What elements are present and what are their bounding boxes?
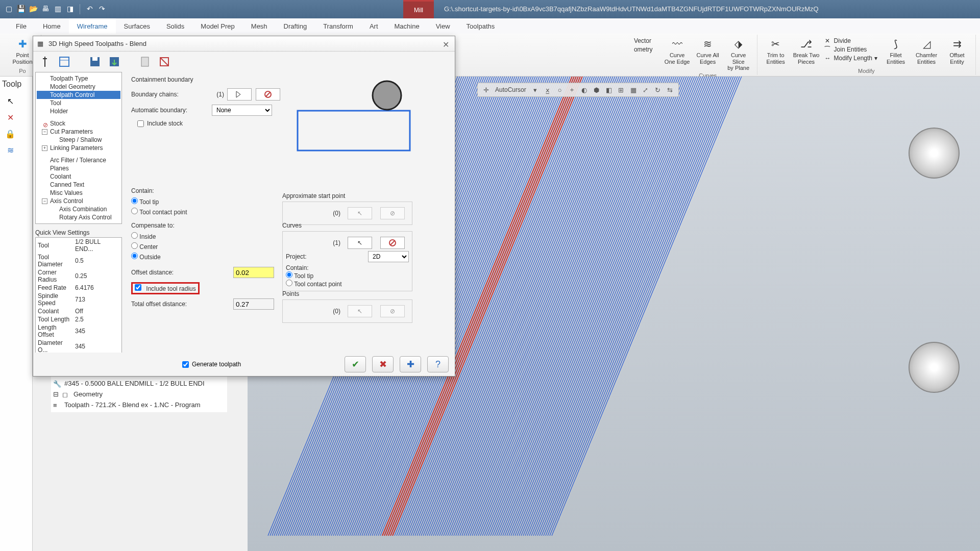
vp-icon[interactable]: ⬢ xyxy=(592,85,602,95)
include-radius-checkbox[interactable] xyxy=(135,284,141,291)
tab-wireframe[interactable]: Wireframe xyxy=(69,18,116,34)
params-icon[interactable] xyxy=(57,54,72,69)
vp-icon[interactable]: ⊞ xyxy=(616,85,626,95)
vp-icon[interactable]: ⇆ xyxy=(665,85,675,95)
save-icon[interactable] xyxy=(87,54,103,69)
join-item[interactable]: ⁀Join Entities xyxy=(823,45,879,54)
defaults-icon[interactable] xyxy=(157,54,172,69)
context-tab-mill[interactable]: Mill xyxy=(403,0,434,18)
save-icon[interactable]: 💾 xyxy=(16,4,26,13)
tree-steep[interactable]: Steep / Shallow xyxy=(37,136,120,144)
tab-home[interactable]: Home xyxy=(35,18,69,34)
tree-stock[interactable]: ⊘Stock xyxy=(37,119,120,128)
tree-linking[interactable]: +Linking Parameters xyxy=(37,144,120,152)
help-button[interactable]: ? xyxy=(427,356,449,372)
auto-boundary-select[interactable]: None xyxy=(212,105,272,116)
pick-start-button[interactable]: ↖ xyxy=(348,207,372,219)
break-button[interactable]: ⎇Break Two Pieces xyxy=(792,36,821,66)
tree-rotary[interactable]: Rotary Axis Control xyxy=(37,213,120,221)
tab-view[interactable]: View xyxy=(428,18,458,34)
pick-curves-button[interactable]: ↖ xyxy=(348,237,372,249)
tree-toolpath-control[interactable]: Toolpath Control xyxy=(37,91,120,99)
view-gnomon-bottom[interactable] xyxy=(909,342,960,393)
project-select[interactable]: 2D xyxy=(368,251,409,262)
vp-icon[interactable]: ○ xyxy=(555,85,565,95)
redo-icon[interactable]: ↷ xyxy=(97,4,107,13)
tab-solids[interactable]: Solids xyxy=(158,18,192,34)
pick-boundary-button[interactable] xyxy=(227,88,252,101)
fillet-button[interactable]: ⟆Fillet Entities xyxy=(881,36,910,66)
tree-canned[interactable]: Canned Text xyxy=(37,181,120,189)
offset-button[interactable]: ⇉Offset Entity xyxy=(943,36,971,66)
tree-arc[interactable]: Arc Filter / Tolerance xyxy=(37,156,120,164)
dialog-tree[interactable]: Toolpath Type Model Geometry Toolpath Co… xyxy=(35,72,122,224)
vp-icon[interactable]: ◐ xyxy=(579,85,590,95)
lock-icon[interactable]: 🔒 xyxy=(4,128,16,140)
vp-icon[interactable]: ▦ xyxy=(628,85,639,95)
tree-coolant[interactable]: Coolant xyxy=(37,172,120,181)
tab-surfaces[interactable]: Surfaces xyxy=(116,18,158,34)
divide-item[interactable]: ✕Divide xyxy=(823,37,879,45)
expand-icon[interactable]: + xyxy=(42,145,47,151)
pick-points-button[interactable]: ↖ xyxy=(348,305,372,317)
curve-slice-button[interactable]: ⬗Curve Slice by Plane xyxy=(724,36,753,72)
tab-machine[interactable]: Machine xyxy=(386,18,428,34)
vp-icon[interactable]: ◧ xyxy=(604,85,614,95)
tab-file[interactable]: File xyxy=(8,18,35,34)
tab-mesh[interactable]: Mesh xyxy=(243,18,276,34)
collapse-icon[interactable]: − xyxy=(42,129,47,135)
add-button[interactable]: ✚ xyxy=(400,356,421,372)
tree-cut-params[interactable]: −Cut Parameters xyxy=(37,128,120,136)
trim-button[interactable]: ✂Trim to Entities xyxy=(762,36,790,66)
include-stock-checkbox[interactable] xyxy=(137,120,144,127)
vp-icon[interactable]: ↻ xyxy=(653,85,663,95)
curve-one-edge-button[interactable]: 〰Curve One Edge xyxy=(663,36,692,66)
clear-curves-button[interactable] xyxy=(380,237,405,249)
vp-icon[interactable]: x̲ xyxy=(543,85,553,95)
chamfer-button[interactable]: ◿Chamfer Entities xyxy=(912,36,941,66)
open-icon[interactable]: 📂 xyxy=(29,4,38,13)
undo-icon[interactable]: ↶ xyxy=(85,4,94,13)
clear-points-button[interactable]: ⊘ xyxy=(380,305,405,317)
vp-icon[interactable]: ⤢ xyxy=(641,85,651,95)
tree-axis-combo[interactable]: Axis Combination xyxy=(37,205,120,213)
new-icon[interactable]: ▢ xyxy=(4,4,13,13)
load-icon[interactable] xyxy=(107,54,122,69)
tab-modelprep[interactable]: Model Prep xyxy=(192,18,242,34)
offset-distance-input[interactable] xyxy=(233,267,274,278)
print-icon[interactable]: 🖶 xyxy=(41,4,50,13)
curve-all-edges-button[interactable]: ≋Curve All Edges xyxy=(694,36,722,66)
select-icon[interactable]: ↖ xyxy=(4,95,16,107)
tree-planes[interactable]: Planes xyxy=(37,164,120,172)
vp-icon[interactable]: ▾ xyxy=(530,85,541,95)
autocursor-icon[interactable]: ✛ xyxy=(481,85,491,95)
tab-toolpaths[interactable]: Toolpaths xyxy=(458,18,503,34)
modify-length-item[interactable]: ↔Modify Length ▾ xyxy=(823,54,879,62)
close-icon[interactable]: ✕ xyxy=(443,40,451,48)
generate-checkbox[interactable] xyxy=(182,361,189,368)
curves-tooltip-radio[interactable]: Tool tip xyxy=(286,272,313,280)
vector-item[interactable]: Vector xyxy=(632,37,655,45)
ometry-item[interactable]: ometry xyxy=(632,45,655,54)
cancel-button[interactable]: ✖ xyxy=(372,356,394,372)
tool-icon[interactable] xyxy=(37,54,53,69)
display-icon[interactable]: ▥ xyxy=(53,4,62,13)
tab-art[interactable]: Art xyxy=(361,18,386,34)
tree-misc[interactable]: Misc Values xyxy=(37,189,120,197)
collapse-icon[interactable]: − xyxy=(42,198,47,204)
ok-button[interactable]: ✔ xyxy=(345,356,366,372)
vp-icon[interactable]: ＋ xyxy=(567,85,577,95)
tab-transform[interactable]: Transform xyxy=(315,18,361,34)
tree-tool[interactable]: Tool xyxy=(37,99,120,107)
clear-start-button[interactable]: ⊘ xyxy=(380,207,405,219)
delete-icon[interactable]: ✕ xyxy=(4,111,16,123)
view-gnomon-top[interactable] xyxy=(909,128,960,179)
tree-toolpath-type[interactable]: Toolpath Type xyxy=(37,74,120,83)
clear-boundary-button[interactable] xyxy=(256,88,280,101)
wave-icon[interactable]: ≋ xyxy=(4,144,16,156)
calc-icon[interactable] xyxy=(137,54,153,69)
tree-holder[interactable]: Holder xyxy=(37,107,120,115)
tab-drafting[interactable]: Drafting xyxy=(276,18,315,34)
tree-model-geometry[interactable]: Model Geometry xyxy=(37,83,120,91)
operations-tree[interactable]: 🔧#345 - 0.5000 BALL ENDMILL - 1/2 BULL E… xyxy=(51,377,227,412)
